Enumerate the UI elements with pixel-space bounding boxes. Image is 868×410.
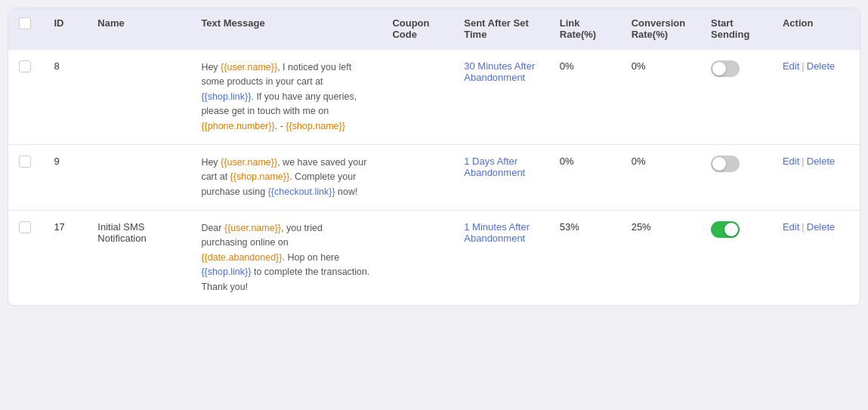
row-link-rate: 0%: [549, 50, 621, 145]
select-all-checkbox[interactable]: [19, 17, 31, 29]
row-conversion-rate: 25%: [621, 211, 700, 305]
row-start-sending: [700, 50, 772, 145]
row-name: [87, 144, 190, 210]
start-sending-toggle[interactable]: [711, 60, 740, 77]
row-action: Edit|Delete: [772, 144, 860, 210]
sms-table: ID Name Text Message Coupon Code Sent Af…: [8, 8, 860, 305]
header-conversion-rate: Conversion Rate(%): [621, 8, 700, 50]
edit-button[interactable]: Edit: [783, 156, 799, 167]
header-name: Name: [87, 8, 190, 50]
table-row: 17Initial SMS NotificationDear {{user.na…: [8, 211, 860, 305]
edit-button[interactable]: Edit: [783, 221, 799, 233]
header-checkbox: [8, 8, 43, 50]
row-start-sending: [700, 144, 772, 210]
start-sending-toggle[interactable]: [711, 221, 740, 238]
row-coupon: [381, 50, 453, 145]
table-row: 8Hey {{user.name}}, I noticed you left s…: [8, 50, 860, 145]
table-row: 9Hey {{user.name}}, we have saved your c…: [8, 144, 860, 210]
row-name: Initial SMS Notification: [87, 211, 190, 305]
row-sent-after: 30 Minutes After Abandonment: [453, 50, 549, 145]
edit-button[interactable]: Edit: [783, 60, 799, 72]
row-id: 17: [43, 211, 87, 305]
row-action: Edit|Delete: [772, 50, 860, 145]
row-checkbox[interactable]: [19, 156, 31, 168]
row-coupon: [381, 144, 453, 210]
row-link-rate: 0%: [549, 144, 621, 210]
row-sent-after: 1 Days After Abandonment: [453, 144, 549, 210]
row-checkbox-cell: [8, 144, 43, 210]
row-checkbox-cell: [8, 50, 43, 145]
row-conversion-rate: 0%: [621, 50, 700, 145]
row-checkbox[interactable]: [19, 221, 31, 233]
row-id: 8: [43, 50, 87, 145]
header-action: Action: [772, 8, 860, 50]
row-message: Dear {{user.name}}, you tried purchasing…: [190, 211, 381, 305]
row-action: Edit|Delete: [772, 211, 860, 305]
table-header-row: ID Name Text Message Coupon Code Sent Af…: [8, 8, 860, 50]
header-text-message: Text Message: [190, 8, 381, 50]
action-separator: |: [802, 156, 804, 167]
header-sent-after: Sent After Set Time: [453, 8, 549, 50]
row-checkbox[interactable]: [19, 60, 31, 72]
delete-button[interactable]: Delete: [807, 60, 836, 72]
action-separator: |: [802, 60, 804, 72]
row-id: 9: [43, 144, 87, 210]
row-coupon: [381, 211, 453, 305]
row-message: Hey {{user.name}}, I noticed you left so…: [190, 50, 381, 145]
row-link-rate: 53%: [549, 211, 621, 305]
row-conversion-rate: 0%: [621, 144, 700, 210]
delete-button[interactable]: Delete: [807, 156, 836, 167]
header-coupon-code: Coupon Code: [381, 8, 453, 50]
row-message: Hey {{user.name}}, we have saved your ca…: [190, 144, 381, 210]
start-sending-toggle[interactable]: [711, 156, 740, 172]
sms-table-container: ID Name Text Message Coupon Code Sent Af…: [8, 8, 860, 306]
header-link-rate: Link Rate(%): [549, 8, 621, 50]
row-start-sending: [700, 211, 772, 305]
delete-button[interactable]: Delete: [807, 221, 836, 233]
row-name: [87, 50, 190, 145]
action-separator: |: [802, 221, 804, 233]
row-checkbox-cell: [8, 211, 43, 305]
row-sent-after: 1 Minutes After Abandonment: [453, 211, 549, 305]
header-start-sending: Start Sending: [700, 8, 772, 50]
header-id: ID: [43, 8, 87, 50]
